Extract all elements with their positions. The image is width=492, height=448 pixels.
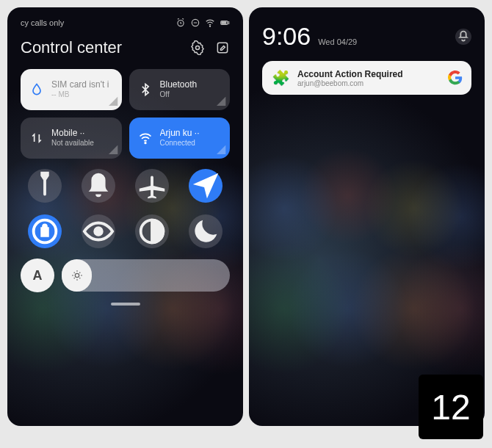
rotation-lock-toggle[interactable] — [28, 214, 62, 248]
svg-point-12 — [75, 273, 79, 277]
control-center-screen: cy calls only Control center SIM card is… — [7, 7, 243, 426]
page-title: Control center — [21, 38, 122, 57]
version-badge: 12 — [419, 375, 483, 439]
brightness-icon — [71, 270, 83, 281]
bluetooth-tile-sub: Off — [160, 90, 198, 99]
auto-label: A — [33, 268, 43, 283]
dnd-icon — [190, 18, 200, 28]
expand-corner-icon: ◢ — [109, 142, 117, 156]
sim-tile[interactable]: SIM card isn't i -- MB ◢ — [21, 69, 122, 110]
settings-icon[interactable] — [190, 40, 205, 55]
notification-screen: 9:06 Wed 04/29 🧩 Account Action Required… — [249, 7, 485, 426]
edit-icon[interactable] — [215, 40, 230, 55]
bluetooth-tile[interactable]: Bluetooth Off ◢ — [129, 69, 231, 110]
svg-point-10 — [95, 228, 102, 235]
battery-icon — [220, 18, 230, 28]
notification-center-icon[interactable] — [455, 29, 471, 45]
svg-point-6 — [196, 46, 200, 50]
clock-date: Wed 04/29 — [318, 37, 357, 46]
mobile-data-sub: Not available — [51, 139, 94, 148]
clock-time: 9:06 — [262, 22, 311, 51]
notification-subtitle: arjun@beebom.com — [297, 79, 441, 87]
expand-corner-icon: ◢ — [109, 93, 117, 107]
svg-point-8 — [145, 142, 146, 144]
sound-toggle[interactable] — [82, 169, 115, 203]
airplane-toggle[interactable] — [135, 169, 169, 203]
svg-rect-4 — [228, 22, 229, 24]
notification-title: Account Action Required — [297, 69, 441, 79]
brightness-slider[interactable] — [62, 259, 230, 292]
carrier-label: cy calls only — [21, 18, 64, 27]
visibility-toggle[interactable] — [82, 214, 115, 248]
sim-tile-title: SIM card isn't i — [51, 80, 109, 90]
puzzle-icon: 🧩 — [271, 68, 290, 87]
mobile-data-title: Mobile ·· — [51, 129, 94, 139]
alarm-icon — [176, 18, 186, 28]
mobile-data-icon — [29, 131, 44, 145]
expand-corner-icon: ◢ — [217, 93, 225, 107]
wifi-icon — [138, 131, 153, 145]
mobile-data-tile[interactable]: Mobile ·· Not available ◢ — [21, 118, 122, 159]
expand-corner-icon: ◢ — [217, 142, 225, 156]
flashlight-toggle[interactable] — [28, 169, 62, 203]
drag-handle-icon[interactable] — [111, 303, 140, 306]
wifi-tile[interactable]: Arjun ku ·· Connected ◢ — [129, 118, 231, 159]
status-bar: cy calls only — [21, 18, 230, 28]
location-toggle[interactable] — [189, 169, 223, 203]
bluetooth-tile-title: Bluetooth — [160, 80, 198, 90]
google-icon — [448, 71, 463, 85]
wifi-tile-sub: Connected — [160, 139, 200, 148]
wifi-icon — [205, 18, 215, 28]
drop-icon — [29, 82, 44, 97]
wifi-tile-title: Arjun ku ·· — [160, 129, 200, 139]
notification-card[interactable]: 🧩 Account Action Required arjun@beebom.c… — [262, 61, 471, 95]
auto-brightness-toggle[interactable]: A — [21, 259, 54, 292]
svg-rect-5 — [222, 22, 226, 24]
night-mode-toggle[interactable] — [189, 214, 223, 248]
svg-point-2 — [209, 26, 210, 26]
bluetooth-icon — [138, 82, 153, 97]
sim-tile-sub: -- MB — [51, 90, 109, 99]
dark-mode-toggle[interactable] — [135, 214, 169, 248]
